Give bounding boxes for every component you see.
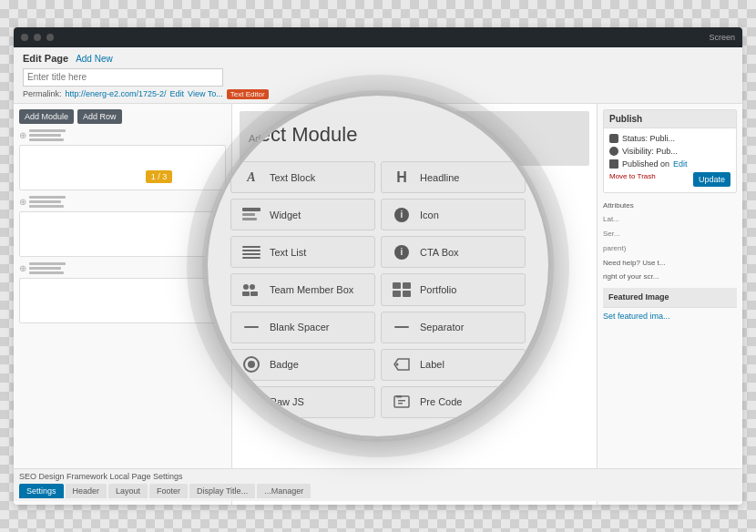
status-icon xyxy=(609,134,618,143)
tab-layout[interactable]: Layout xyxy=(108,484,148,498)
slide-counter: 1 / 3 xyxy=(146,170,173,183)
magnifier-shadow xyxy=(187,75,569,457)
module-bar xyxy=(29,205,64,208)
module-bar xyxy=(29,196,66,199)
admin-bar-dot-1 xyxy=(21,34,28,41)
publish-btn-row: Move to Trash Update xyxy=(609,172,730,187)
tab-footer[interactable]: Footer xyxy=(149,484,188,498)
editor-toolbar: Add Module Add Row xyxy=(19,109,226,124)
publish-panel: Publish Status: Publi... Visibility: Pub… xyxy=(603,109,737,193)
lat-label: Lat... xyxy=(603,214,737,226)
permalink-url[interactable]: http://energ-e2.com/1725-2/ xyxy=(66,89,167,98)
view-link[interactable]: View To... xyxy=(188,89,223,98)
screen-label: Screen xyxy=(709,33,735,42)
tab-settings[interactable]: Settings xyxy=(19,484,64,498)
drag-handle-2[interactable]: ⊕ xyxy=(19,197,26,207)
edit-permalink-link[interactable]: Edit xyxy=(170,89,185,98)
right-of-screen-label: right of your scr... xyxy=(603,271,737,283)
status-row: Status: Publi... xyxy=(609,134,730,143)
attributes-label: Attributes xyxy=(603,200,737,212)
tab-header[interactable]: Header xyxy=(66,484,107,498)
add-module-button[interactable]: Add Module xyxy=(19,109,74,124)
visibility-icon xyxy=(609,147,618,156)
ser-label: Ser... xyxy=(603,229,737,240)
need-help-label: Need help? Use t... xyxy=(603,258,737,270)
status-label: Status: Publi... xyxy=(622,134,675,143)
editor-right-panel: Publish Status: Publi... Visibility: Pub… xyxy=(597,104,742,506)
page-title-input[interactable] xyxy=(23,68,223,87)
featured-image-header: Featured Image xyxy=(603,288,737,307)
visibility-label: Visibility: Pub... xyxy=(622,147,678,156)
drag-handle-1[interactable]: ⊕ xyxy=(19,130,26,140)
visibility-row: Visibility: Pub... xyxy=(609,147,730,156)
add-new-link[interactable]: Add New xyxy=(76,54,113,64)
tab-display-title[interactable]: Display Title... xyxy=(189,484,255,498)
parent-label: parent) xyxy=(603,243,737,255)
admin-bar-dot-2 xyxy=(34,34,41,41)
module-bar xyxy=(29,129,66,132)
permalink-label: Permalink: xyxy=(23,89,62,98)
published-on-label: Published on xyxy=(622,159,669,169)
seo-bottom-bar: SEO Design Framework Local Page Settings… xyxy=(14,468,742,501)
calendar-icon xyxy=(609,159,618,169)
module-row-1: ⊕ xyxy=(19,129,226,141)
move-to-trash-link[interactable]: Move to Trash xyxy=(609,172,656,187)
published-on-row: Published on Edit xyxy=(609,159,730,169)
publish-panel-header: Publish xyxy=(604,110,736,128)
publish-panel-body: Status: Publi... Visibility: Pub... Publ… xyxy=(604,128,736,192)
set-featured-image-link[interactable]: Set featured ima... xyxy=(603,310,737,322)
seo-label: SEO Design Framework Local Page Settings xyxy=(19,472,737,481)
module-bar xyxy=(29,200,61,203)
admin-bar-dot-3 xyxy=(46,34,54,41)
module-bars-1 xyxy=(29,129,66,141)
module-bar xyxy=(29,267,61,270)
tabs-row: Settings Header Layout Footer Display Ti… xyxy=(19,484,737,498)
published-on-edit-link[interactable]: Edit xyxy=(673,159,688,169)
module-bar xyxy=(29,134,61,137)
right-extra-panel: Attributes Lat... Ser... parent) Need he… xyxy=(603,200,737,323)
module-bars-3 xyxy=(29,262,66,274)
text-editor-badge: Text Editor xyxy=(227,89,269,99)
edit-page-label: Edit Page xyxy=(23,53,68,64)
drag-handle-3[interactable]: ⊕ xyxy=(19,263,26,273)
module-bar xyxy=(29,138,64,141)
tab-manager[interactable]: ...Manager xyxy=(257,484,311,498)
wp-admin-bar: Screen xyxy=(14,27,742,47)
module-bars-2 xyxy=(29,196,66,208)
add-row-button[interactable]: Add Row xyxy=(77,109,122,124)
update-button[interactable]: Update xyxy=(693,172,730,187)
module-row-2: ⊕ xyxy=(19,196,226,208)
module-bar xyxy=(29,262,66,265)
module-bar xyxy=(29,271,64,274)
content-block-1: 1 / 3 xyxy=(19,145,226,190)
